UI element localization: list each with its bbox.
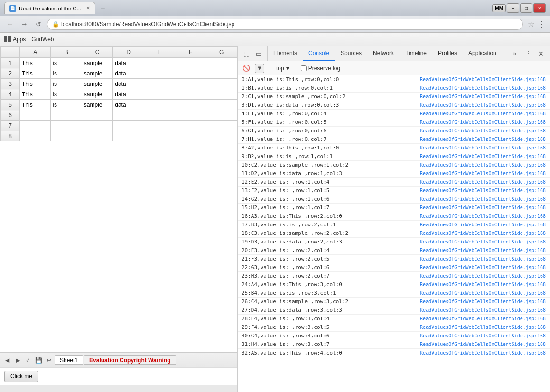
- next-sheet-btn[interactable]: ▶: [13, 355, 22, 365]
- reload-btn[interactable]: ↺: [33, 19, 44, 30]
- console-log-area[interactable]: 0:A1,value is:This ,row:0,col:0ReadValue…: [238, 75, 550, 392]
- spreadsheet-cell[interactable]: is: [51, 58, 82, 68]
- spreadsheet-cell[interactable]: This: [20, 100, 51, 110]
- spreadsheet-cell[interactable]: is: [51, 79, 82, 89]
- log-source[interactable]: ReadValuesOfGridWebCellsOnClientSide.jsp…: [420, 350, 546, 355]
- spreadsheet-cell[interactable]: sample: [82, 58, 112, 68]
- log-source[interactable]: ReadValuesOfGridWebCellsOnClientSide.jsp…: [420, 94, 546, 99]
- sheet1-tab[interactable]: Sheet1: [55, 355, 83, 365]
- spreadsheet-cell[interactable]: [144, 68, 175, 79]
- spreadsheet-cell[interactable]: [175, 100, 206, 110]
- log-source[interactable]: ReadValuesOfGridWebCellsOnClientSide.jsp…: [420, 282, 546, 287]
- spreadsheet-cell[interactable]: [175, 89, 206, 100]
- preserve-log-checkbox[interactable]: [301, 65, 307, 71]
- spreadsheet-cell[interactable]: [206, 68, 237, 79]
- tab-application[interactable]: Application: [463, 46, 502, 61]
- spreadsheet-cell[interactable]: [82, 121, 112, 131]
- spreadsheet-cell[interactable]: is: [51, 100, 82, 110]
- tab-timeline[interactable]: Timeline: [400, 46, 432, 61]
- browser-tab[interactable]: 📄 Read the values of the G... ✕: [4, 2, 95, 14]
- spreadsheet-cell[interactable]: [206, 79, 237, 89]
- tab-sources[interactable]: Sources: [335, 46, 367, 61]
- table-row[interactable]: 8: [1, 131, 237, 141]
- log-source[interactable]: ReadValuesOfGridWebCellsOnClientSide.jsp…: [420, 162, 546, 168]
- spreadsheet-cell[interactable]: [113, 110, 144, 121]
- spreadsheet-cell[interactable]: This: [20, 68, 51, 79]
- log-source[interactable]: ReadValuesOfGridWebCellsOnClientSide.jsp…: [420, 77, 546, 82]
- spreadsheet-cell[interactable]: [82, 110, 112, 121]
- log-source[interactable]: ReadValuesOfGridWebCellsOnClientSide.jsp…: [420, 179, 546, 185]
- spreadsheet-cell[interactable]: [20, 131, 51, 141]
- log-source[interactable]: ReadValuesOfGridWebCellsOnClientSide.jsp…: [420, 239, 546, 244]
- spreadsheet-cell[interactable]: This: [20, 58, 51, 68]
- spreadsheet-cell[interactable]: This: [20, 89, 51, 100]
- spreadsheet-cell[interactable]: [144, 110, 175, 121]
- bookmark-star-icon[interactable]: ☆: [528, 19, 534, 28]
- inspect-icon[interactable]: ⬚: [242, 49, 251, 58]
- log-source[interactable]: ReadValuesOfGridWebCellsOnClientSide.jsp…: [420, 290, 546, 296]
- log-source[interactable]: ReadValuesOfGridWebCellsOnClientSide.jsp…: [420, 265, 546, 270]
- spreadsheet-cell[interactable]: [113, 131, 144, 141]
- bookmark-gridweb[interactable]: GridWeb: [31, 36, 54, 43]
- log-source[interactable]: ReadValuesOfGridWebCellsOnClientSide.jsp…: [420, 128, 546, 133]
- spreadsheet-cell[interactable]: [206, 131, 237, 141]
- spreadsheet-cell[interactable]: [144, 79, 175, 89]
- new-tab-btn[interactable]: +: [97, 2, 109, 14]
- spreadsheet-cell[interactable]: [206, 89, 237, 100]
- log-source[interactable]: ReadValuesOfGridWebCellsOnClientSide.jsp…: [420, 222, 546, 227]
- prev-sheet-btn[interactable]: ◀: [2, 355, 12, 365]
- devtools-menu-icon[interactable]: ⋮: [524, 49, 533, 58]
- spreadsheet-cell[interactable]: [20, 121, 51, 131]
- spreadsheet-cell[interactable]: [175, 131, 206, 141]
- table-row[interactable]: 2Thisissampledata: [1, 68, 237, 79]
- back-btn[interactable]: ←: [4, 19, 16, 30]
- spreadsheet-cell[interactable]: [51, 121, 82, 131]
- log-source[interactable]: ReadValuesOfGridWebCellsOnClientSide.jsp…: [420, 231, 546, 236]
- spreadsheet-cell[interactable]: data: [113, 79, 144, 89]
- spreadsheet-cell[interactable]: This: [20, 79, 51, 89]
- spreadsheet-cell[interactable]: [20, 110, 51, 121]
- log-source[interactable]: ReadValuesOfGridWebCellsOnClientSide.jsp…: [420, 308, 546, 313]
- spreadsheet-cell[interactable]: data: [113, 58, 144, 68]
- top-selector[interactable]: top ▾: [276, 65, 289, 72]
- log-source[interactable]: ReadValuesOfGridWebCellsOnClientSide.jsp…: [420, 273, 546, 279]
- log-source[interactable]: ReadValuesOfGridWebCellsOnClientSide.jsp…: [420, 188, 546, 193]
- spreadsheet-cell[interactable]: sample: [82, 89, 112, 100]
- warning-tab[interactable]: Evaluation Copyright Warning: [84, 355, 176, 365]
- filter-btn[interactable]: ▼: [255, 64, 264, 73]
- spreadsheet-cell[interactable]: [144, 121, 175, 131]
- forward-btn[interactable]: →: [19, 19, 30, 30]
- spreadsheet-cell[interactable]: [82, 131, 112, 141]
- checkmark-btn[interactable]: ✓: [23, 355, 33, 365]
- minimize-btn[interactable]: −: [507, 3, 519, 13]
- devtools-more-btn[interactable]: »: [509, 46, 520, 61]
- spreadsheet-cell[interactable]: is: [51, 89, 82, 100]
- devtools-close-icon[interactable]: ✕: [536, 49, 546, 58]
- log-source[interactable]: ReadValuesOfGridWebCellsOnClientSide.jsp…: [420, 120, 546, 125]
- spreadsheet-cell[interactable]: data: [113, 68, 144, 79]
- log-source[interactable]: ReadValuesOfGridWebCellsOnClientSide.jsp…: [420, 196, 546, 202]
- spreadsheet-cell[interactable]: [144, 89, 175, 100]
- spreadsheet-cell[interactable]: data: [113, 89, 144, 100]
- table-row[interactable]: 4Thisissampledata: [1, 89, 237, 100]
- maximize-btn[interactable]: □: [520, 3, 532, 13]
- tab-close-btn[interactable]: ✕: [86, 5, 90, 11]
- spreadsheet-cell[interactable]: [206, 100, 237, 110]
- device-icon[interactable]: ▭: [254, 49, 263, 58]
- spreadsheet-cell[interactable]: [206, 110, 237, 121]
- table-row[interactable]: 1Thisissampledata: [1, 58, 237, 68]
- log-source[interactable]: ReadValuesOfGridWebCellsOnClientSide.jsp…: [420, 205, 546, 210]
- save-btn[interactable]: 💾: [34, 355, 43, 365]
- table-row[interactable]: 5Thisissampledata: [1, 100, 237, 110]
- bookmark-apps[interactable]: Apps: [4, 36, 26, 43]
- tab-network[interactable]: Network: [367, 46, 400, 61]
- spreadsheet-cell[interactable]: [144, 131, 175, 141]
- tab-console[interactable]: Console: [303, 46, 335, 61]
- clear-console-btn[interactable]: 🚫: [242, 64, 251, 73]
- log-source[interactable]: ReadValuesOfGridWebCellsOnClientSide.jsp…: [420, 103, 546, 108]
- log-source[interactable]: ReadValuesOfGridWebCellsOnClientSide.jsp…: [420, 325, 546, 330]
- spreadsheet-cell[interactable]: [175, 121, 206, 131]
- address-bar[interactable]: 🔒 localhost:8080/Sample/ReadValuesOfGrid…: [47, 19, 523, 30]
- log-source[interactable]: ReadValuesOfGridWebCellsOnClientSide.jsp…: [420, 342, 546, 347]
- preserve-log-label[interactable]: Preserve log: [301, 65, 340, 72]
